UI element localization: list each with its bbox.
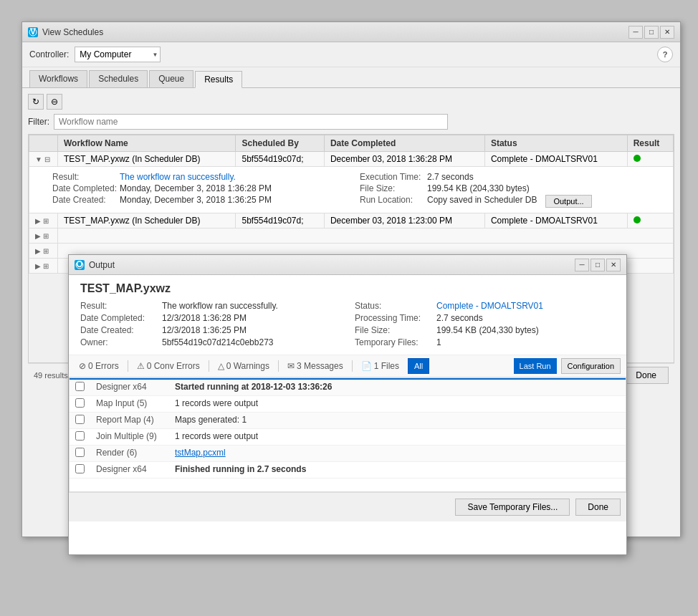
meta-processing-row: Processing Time: 2.7 seconds (355, 313, 615, 323)
divider-2 (209, 360, 209, 372)
tabs-bar: Workflows Schedules Queue Results (22, 67, 680, 88)
row-expand-5[interactable]: ▶ ⊞ (29, 259, 58, 274)
row-detail-expanded: Result: The workflow ran successfully. E… (29, 167, 674, 213)
row-2-result (627, 213, 673, 228)
table-row[interactable]: ▼ ⊟ TEST_MAP.yxwz (In Scheduler DB) 5bf5… (29, 152, 674, 167)
detail-result-value: The workflow ran successfully. (120, 172, 236, 182)
detail-file-size-value: 199.54 KB (204,330 bytes) (427, 183, 530, 193)
expand-icon-3[interactable]: ▶ ⊞ (35, 232, 49, 240)
row-expand-4[interactable]: ▶ ⊞ (29, 244, 58, 259)
help-button[interactable]: ? (657, 47, 673, 62)
output-button[interactable]: Output... (545, 195, 591, 208)
meta-status-value: Complete - DMOALTSRV01 (436, 301, 543, 311)
filter-input[interactable] (54, 114, 448, 130)
minimize-button[interactable]: ─ (628, 26, 643, 39)
svg-text:V: V (30, 28, 36, 37)
col-workflow-name-header: Workflow Name (58, 135, 236, 152)
log-checkbox[interactable] (75, 448, 85, 457)
table-row[interactable]: ▶ ⊞ TEST_MAP.yxwz (In Scheduler DB) 5bf5… (29, 213, 674, 228)
table-row[interactable]: ▶ ⊞ (29, 228, 674, 244)
results-table: Workflow Name Scheduled By Date Complete… (29, 135, 674, 274)
row-result (627, 152, 673, 167)
detail-run-location-value: Copy saved in Scheduler DB (427, 195, 537, 208)
log-source: Join Multiple (9) (90, 429, 169, 446)
status-dot-2 (634, 216, 641, 223)
log-message[interactable]: tstMap.pcxml (169, 446, 626, 462)
controller-select[interactable]: My Computer (75, 47, 161, 62)
tab-workflows[interactable]: Workflows (29, 70, 87, 87)
log-checkbox[interactable] (75, 415, 85, 424)
log-message: Started running at 2018-12-03 13:36:26 (169, 379, 626, 396)
meta-processing-label: Processing Time: (355, 313, 434, 323)
save-temp-files-button[interactable]: Save Temporary Files... (455, 499, 570, 516)
log-checkbox[interactable] (75, 464, 85, 473)
log-checkbox[interactable] (75, 382, 85, 391)
expand-icon-4[interactable]: ▶ ⊞ (35, 247, 49, 255)
output-log-toolbar: ⊘ 0 Errors ⚠ 0 Conv Errors △ 0 Warnings … (69, 355, 626, 377)
meta-date-created-value: 12/3/2018 1:36:25 PM (162, 325, 247, 335)
output-maximize-button[interactable]: □ (591, 259, 605, 271)
detail-file-size: File Size: 199.54 KB (204,330 bytes) (360, 183, 656, 193)
row-2-name: TEST_MAP.yxwz (In Scheduler DB) (58, 213, 236, 228)
detail-execution-value: 2.7 seconds (427, 172, 474, 182)
messages-badge: ✉ 3 Messages (283, 360, 348, 372)
errors-count: 0 Errors (88, 361, 119, 371)
files-count: 1 Files (374, 361, 399, 371)
row-expand-cell-2[interactable]: ▶ ⊞ (29, 213, 58, 228)
results-count: 49 results (34, 371, 68, 380)
output-minimize-button[interactable]: ─ (575, 259, 589, 271)
log-message: 1 records were output (169, 429, 626, 446)
meta-status-label: Status: (355, 301, 434, 311)
meta-date-completed-label: Date Completed: (80, 313, 159, 323)
maximize-button[interactable]: □ (644, 26, 659, 39)
row-expand-cell[interactable]: ▼ ⊟ (29, 152, 58, 167)
controller-toolbar: Controller: My Computer ? (22, 42, 680, 67)
tab-results[interactable]: Results (195, 71, 242, 88)
log-source: Map Input (5) (90, 396, 169, 413)
main-title-bar: V View Schedules ─ □ ✕ (22, 22, 680, 42)
log-source: Render (6) (90, 446, 169, 462)
log-row: Report Map (4)Maps generated: 1 (70, 413, 626, 429)
row-2-date: December 03, 2018 1:23:00 PM (324, 213, 484, 228)
error-icon: ⊘ (79, 361, 86, 371)
meta-date-created-row: Date Created: 12/3/2018 1:36:25 PM (80, 325, 340, 335)
row-workflow-name: TEST_MAP.yxwz (In Scheduler DB) (58, 152, 236, 167)
last-run-button[interactable]: Last Run (514, 358, 557, 374)
meta-date-created-label: Date Created: (80, 325, 159, 335)
stop-button[interactable]: ⊖ (47, 94, 62, 110)
meta-owner-label: Owner: (80, 337, 159, 347)
row-2-status: Complete - DMOALTSRV01 (484, 213, 627, 228)
expand-icon-5[interactable]: ▶ ⊞ (35, 262, 49, 270)
output-title-bar: O Output ─ □ ✕ (69, 255, 626, 275)
close-button[interactable]: ✕ (660, 26, 674, 39)
output-close-button[interactable]: ✕ (606, 259, 621, 271)
table-header-row: Workflow Name Scheduled By Date Complete… (29, 135, 674, 152)
detail-date-created-value: Monday, December 3, 2018 1:36:25 PM (120, 195, 272, 208)
col-result-header: Result (627, 135, 673, 152)
tab-schedules[interactable]: Schedules (89, 70, 148, 87)
detail-date-completed-value: Monday, December 3, 2018 1:36:28 PM (120, 183, 272, 193)
controller-select-wrapper[interactable]: My Computer (75, 47, 161, 62)
files-icon: 📄 (361, 361, 372, 371)
meta-result-row: Result: The workflow ran successfully. (80, 301, 340, 311)
output-done-button[interactable]: Done (575, 499, 621, 516)
log-checkbox[interactable] (75, 398, 85, 408)
main-window-icon: V (28, 27, 38, 37)
output-footer: Save Temporary Files... Done (69, 492, 626, 521)
log-row: Render (6)tstMap.pcxml (70, 446, 626, 462)
refresh-button[interactable]: ↻ (28, 94, 44, 110)
log-checkbox[interactable] (75, 431, 85, 441)
done-btn-main[interactable]: Done (623, 367, 669, 384)
row-date-completed: December 03, 2018 1:36:28 PM (324, 152, 484, 167)
configuration-button[interactable]: Configuration (561, 358, 621, 374)
expand-icon-2[interactable]: ▶ ⊞ (35, 217, 49, 225)
filter-label: Filter: (28, 117, 49, 127)
main-window-title: View Schedules (42, 27, 103, 37)
expand-icon[interactable]: ▼ ⊟ (35, 155, 50, 163)
log-scroll-area[interactable]: Designer x64Started running at 2018-12-0… (69, 377, 626, 492)
tab-queue[interactable]: Queue (149, 70, 193, 87)
row-expand-3[interactable]: ▶ ⊞ (29, 228, 58, 244)
all-filter-button[interactable]: All (408, 358, 429, 374)
controller-label: Controller: (29, 49, 69, 59)
errors-badge: ⊘ 0 Errors (75, 360, 123, 372)
